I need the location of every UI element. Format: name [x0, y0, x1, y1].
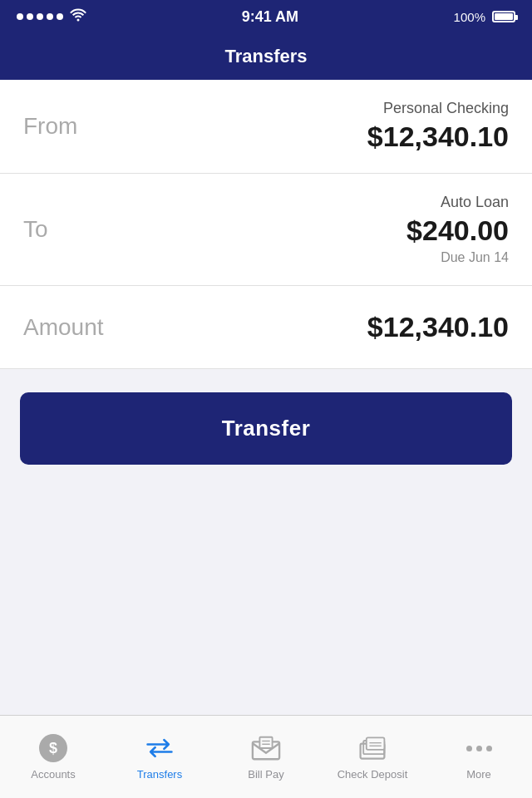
page-title: Transfers: [224, 46, 307, 67]
to-amount: $240.00: [406, 214, 509, 247]
amount-label: Amount: [23, 314, 104, 341]
from-amount: $12,340.10: [367, 121, 509, 153]
tab-more-label: More: [466, 768, 491, 781]
checkdeposit-icon: [357, 733, 387, 763]
amount-row[interactable]: Amount $12,340.10: [0, 286, 532, 369]
tab-checkdeposit[interactable]: Check Deposit: [319, 716, 426, 798]
status-time: 9:41 AM: [242, 8, 298, 26]
from-account-name: Personal Checking: [367, 100, 509, 117]
to-details: Auto Loan $240.00 Due Jun 14: [406, 194, 509, 265]
status-bar: 9:41 AM 100%: [0, 0, 532, 33]
wifi-icon: [70, 8, 86, 25]
tab-transfers-label: Transfers: [137, 768, 182, 781]
tab-more[interactable]: More: [426, 716, 532, 798]
tab-billpay[interactable]: Bill Pay: [213, 716, 319, 798]
to-account-name: Auto Loan: [406, 194, 509, 211]
tab-billpay-label: Bill Pay: [248, 768, 283, 781]
signal-bars: [17, 13, 63, 20]
accounts-icon: $: [38, 733, 68, 763]
tab-bar: $ Accounts Transfers: [0, 715, 532, 798]
svg-rect-6: [367, 737, 385, 749]
transfers-icon: [145, 733, 175, 763]
battery-percent: 100%: [454, 10, 485, 24]
from-details: Personal Checking $12,340.10: [367, 100, 509, 153]
amount-value: $12,340.10: [367, 311, 509, 343]
status-right: 100%: [454, 10, 515, 24]
to-label: To: [23, 216, 48, 243]
more-icon: [464, 733, 494, 763]
svg-rect-1: [259, 737, 272, 748]
nav-header: Transfers: [0, 33, 532, 80]
action-section: Transfer: [0, 369, 532, 488]
tab-checkdeposit-label: Check Deposit: [337, 768, 408, 781]
to-row[interactable]: To Auto Loan $240.00 Due Jun 14: [0, 174, 532, 286]
billpay-icon: [251, 733, 281, 763]
tab-transfers[interactable]: Transfers: [106, 716, 213, 798]
from-row[interactable]: From Personal Checking $12,340.10: [0, 80, 532, 174]
to-due-date: Due Jun 14: [406, 250, 509, 265]
main-content: From Personal Checking $12,340.10 To Aut…: [0, 80, 532, 488]
transfer-button[interactable]: Transfer: [20, 392, 512, 465]
tab-accounts[interactable]: $ Accounts: [0, 716, 106, 798]
from-label: From: [23, 113, 77, 140]
tab-accounts-label: Accounts: [31, 768, 75, 781]
status-left: [17, 8, 86, 25]
battery-icon: [492, 11, 515, 22]
